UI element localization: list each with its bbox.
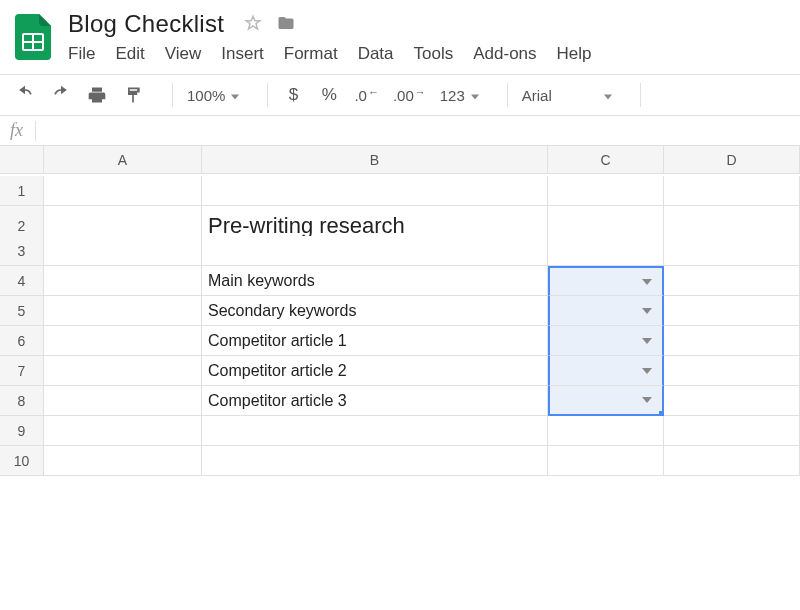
row-header-7[interactable]: 7 [0,356,44,386]
cell-d6[interactable] [664,326,800,356]
chevron-down-icon [604,87,612,104]
cell-b9[interactable] [202,416,548,446]
menu-insert[interactable]: Insert [221,44,264,64]
cell-b6[interactable]: Competitor article 1 [202,326,548,356]
cell-d5[interactable] [664,296,800,326]
zoom-label: 100% [187,87,225,104]
cell-d1[interactable] [664,176,800,206]
spreadsheet-grid[interactable]: A B C D 1 2 Pre-writing research 3 4 Mai… [0,146,800,476]
menu-data[interactable]: Data [358,44,394,64]
formula-input[interactable] [48,122,790,140]
star-icon[interactable] [244,19,266,35]
cell-d10[interactable] [664,446,800,476]
cell-c3[interactable] [548,236,664,266]
cell-a10[interactable] [44,446,202,476]
chevron-down-icon [642,391,652,409]
print-button[interactable] [86,81,108,109]
cell-a9[interactable] [44,416,202,446]
cell-b10[interactable] [202,446,548,476]
font-select[interactable]: Arial [522,87,612,104]
row-header-4[interactable]: 4 [0,266,44,296]
cell-d8[interactable] [664,386,800,416]
row-header-1[interactable]: 1 [0,176,44,206]
number-format-label: 123 [440,87,465,104]
row-header-8[interactable]: 8 [0,386,44,416]
increase-decimal-button[interactable]: .00→ [393,81,426,109]
col-header-c[interactable]: C [548,146,664,174]
sheets-logo [10,14,56,60]
cell-a6[interactable] [44,326,202,356]
chevron-down-icon [231,87,239,104]
menu-view[interactable]: View [165,44,202,64]
zoom-select[interactable]: 100% [187,87,239,104]
cell-b5[interactable]: Secondary keywords [202,296,548,326]
cell-c5-dropdown[interactable] [548,296,664,326]
menu-edit[interactable]: Edit [115,44,144,64]
cell-c1[interactable] [548,176,664,206]
menu-format[interactable]: Format [284,44,338,64]
chevron-down-icon [642,332,652,350]
select-all-corner[interactable] [0,146,44,174]
number-format-select[interactable]: 123 [440,87,479,104]
fx-label: fx [10,120,23,141]
row-header-9[interactable]: 9 [0,416,44,446]
cell-b7[interactable]: Competitor article 2 [202,356,548,386]
menu-addons[interactable]: Add-ons [473,44,536,64]
chevron-down-icon [471,87,479,104]
cell-d7[interactable] [664,356,800,386]
inc-dec-label: .00 [393,87,414,104]
menu-help[interactable]: Help [557,44,592,64]
menu-file[interactable]: File [68,44,95,64]
chevron-down-icon [642,362,652,380]
cell-d4[interactable] [664,266,800,296]
cell-c9[interactable] [548,416,664,446]
dec-dec-label: .0 [354,87,367,104]
cell-d3[interactable] [664,236,800,266]
col-header-a[interactable]: A [44,146,202,174]
row-header-10[interactable]: 10 [0,446,44,476]
cell-c4-dropdown[interactable] [548,266,664,296]
decrease-decimal-button[interactable]: .0← [354,81,379,109]
cell-b4[interactable]: Main keywords [202,266,548,296]
cell-c6-dropdown[interactable] [548,326,664,356]
menu-tools[interactable]: Tools [414,44,454,64]
toolbar: 100% $ % .0← .00→ 123 Arial [0,74,800,116]
row-header-5[interactable]: 5 [0,296,44,326]
cell-a4[interactable] [44,266,202,296]
redo-button[interactable] [50,81,72,109]
chevron-down-icon [642,273,652,291]
cell-b1[interactable] [202,176,548,206]
format-percent-button[interactable]: % [318,81,340,109]
undo-button[interactable] [14,81,36,109]
col-header-b[interactable]: B [202,146,548,174]
cell-b3[interactable] [202,236,548,266]
cell-d9[interactable] [664,416,800,446]
cell-a3[interactable] [44,236,202,266]
doc-title[interactable]: Blog Checklist [68,10,224,38]
row-header-6[interactable]: 6 [0,326,44,356]
col-header-d[interactable]: D [664,146,800,174]
cell-c7-dropdown[interactable] [548,356,664,386]
paint-format-button[interactable] [122,81,144,109]
cell-c10[interactable] [548,446,664,476]
format-currency-button[interactable]: $ [282,81,304,109]
cell-a5[interactable] [44,296,202,326]
cell-b8[interactable]: Competitor article 3 [202,386,548,416]
menubar: File Edit View Insert Format Data Tools … [68,44,592,64]
cell-a1[interactable] [44,176,202,206]
cell-a8[interactable] [44,386,202,416]
folder-icon[interactable] [276,19,296,35]
cell-c8-dropdown[interactable] [548,386,664,416]
font-label: Arial [522,87,552,104]
row-header-3[interactable]: 3 [0,236,44,266]
chevron-down-icon [642,302,652,320]
cell-a7[interactable] [44,356,202,386]
